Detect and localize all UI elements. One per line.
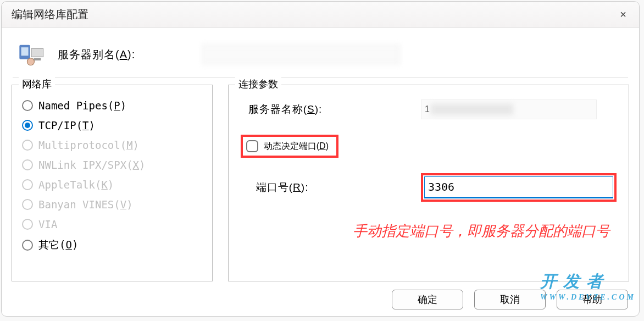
port-number-input[interactable]	[424, 176, 613, 198]
titlebar: 编辑网络库配置 ×	[2, 2, 639, 28]
svg-point-4	[27, 58, 34, 65]
radio-icon	[22, 199, 33, 210]
svg-rect-1	[21, 47, 29, 56]
port-number-label-key: R	[293, 181, 301, 193]
netlib-option-label: Banyan VINES(V)	[38, 198, 133, 211]
server-name-value-redacted	[431, 104, 513, 115]
netlib-option-label: 其它(O)	[38, 238, 78, 252]
netlib-option-label: TCP/IP(T)	[38, 119, 95, 131]
dynamic-port-checkbox[interactable]	[246, 140, 258, 152]
server-name-value-visible: 1	[425, 104, 430, 114]
connection-params-title: 连接参数	[235, 78, 281, 91]
radio-icon	[22, 100, 33, 111]
network-library-group: 网络库 Named Pipes(P)TCP/IP(T)Multiprotocol…	[12, 85, 213, 281]
server-name-label: 服务器名称(S):	[241, 102, 338, 117]
connection-params-group: 连接参数 服务器名称(S): 1 动态决定端口(D) 端口号(R	[228, 85, 629, 281]
radio-icon	[22, 159, 33, 170]
netlib-option-label: Multiprotocol(M)	[38, 139, 139, 151]
netlib-option-label: VIA	[38, 218, 57, 230]
cancel-button[interactable]: 取消	[474, 290, 546, 309]
netlib-radio-option: Multiprotocol(M)	[22, 139, 202, 151]
netlib-option-label: NWLink IPX/SPX(X)	[38, 159, 146, 171]
dynamic-port-label-post: )	[326, 141, 329, 151]
footer-buttons: 确定 取消 帮助	[392, 290, 628, 309]
server-alias-label: 服务器别名(A):	[58, 47, 135, 62]
radio-icon	[22, 120, 33, 131]
annotation-text: 手动指定端口号，即服务器分配的端口号	[241, 217, 617, 241]
dynamic-port-label: 动态决定端口(D)	[264, 141, 329, 152]
radio-icon	[22, 179, 33, 190]
netlib-radio-option[interactable]: 其它(O)	[22, 238, 202, 252]
network-library-title: 网络库	[19, 78, 55, 91]
divider	[13, 78, 628, 78]
server-name-label-pre: 服务器名称(	[248, 103, 307, 115]
server-name-label-key: S	[307, 103, 315, 115]
server-name-input[interactable]: 1	[421, 99, 597, 119]
alias-label-post: ):	[127, 48, 135, 60]
port-number-label-post: ):	[301, 181, 309, 193]
svg-rect-3	[34, 58, 41, 60]
netlib-radio-option: VIA	[22, 218, 202, 230]
netlib-radio-option: NWLink IPX/SPX(X)	[22, 159, 202, 171]
port-input-highlight	[421, 173, 617, 202]
dynamic-port-row: 动态决定端口(D)	[241, 135, 338, 158]
server-name-label-post: ):	[315, 103, 323, 115]
netlib-radio-option: AppleTalk(K)	[22, 179, 202, 191]
dynamic-port-label-pre: 动态决定端口(	[264, 141, 319, 151]
netlib-radio-option[interactable]: Named Pipes(P)	[22, 99, 202, 112]
netlib-option-label: AppleTalk(K)	[38, 179, 114, 191]
help-button[interactable]: 帮助	[557, 290, 628, 309]
ok-button[interactable]: 确定	[392, 290, 463, 309]
port-number-label-pre: 端口号(	[256, 181, 293, 193]
radio-icon	[22, 140, 33, 151]
close-icon[interactable]: ×	[617, 9, 629, 21]
alias-label-pre: 服务器别名(	[58, 48, 120, 60]
netlib-radio-option[interactable]: TCP/IP(T)	[22, 119, 202, 131]
server-icon	[17, 39, 46, 70]
radio-icon	[22, 219, 33, 230]
body: 网络库 Named Pipes(P)TCP/IP(T)Multiprotocol…	[2, 85, 639, 281]
dynamic-port-label-key: D	[319, 141, 326, 151]
netlib-option-label: Named Pipes(P)	[38, 99, 126, 112]
alias-row: 服务器别名(A):	[2, 28, 639, 78]
dialog: 编辑网络库配置 × 服务器别名(A): 网络库 Named Pipes(P)TC…	[1, 1, 640, 317]
alias-label-key: A	[120, 48, 127, 60]
radio-icon	[22, 240, 33, 251]
svg-rect-2	[31, 48, 43, 57]
port-number-label: 端口号(R):	[241, 180, 338, 195]
dialog-title: 编辑网络库配置	[12, 7, 88, 22]
netlib-radio-option: Banyan VINES(V)	[22, 198, 202, 211]
server-alias-input[interactable]	[202, 45, 400, 64]
